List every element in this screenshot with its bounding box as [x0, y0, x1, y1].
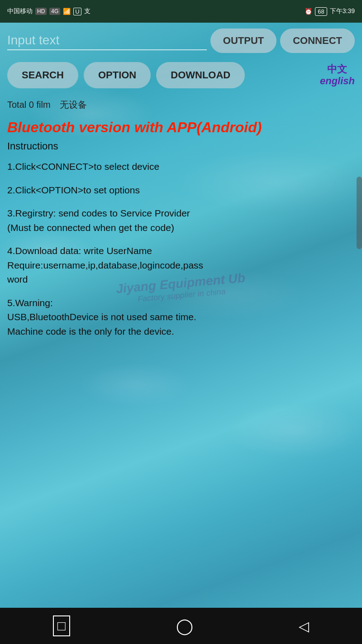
scrollbar[interactable] — [357, 177, 362, 249]
no-device-text: 无设备 — [60, 99, 87, 111]
lang-chinese: 中文 — [320, 63, 355, 75]
usb-icon: U — [73, 8, 81, 15]
instruction-item-2: 2.Click<OPTION>to set options — [7, 183, 355, 197]
action-bar: SEARCH OPTION DOWNLOAD 中文 english — [0, 59, 362, 95]
main-content: OUTPUT CONNECT SEARCH OPTION DOWNLOAD 中文… — [0, 23, 362, 644]
signal-icon: 📶 — [63, 8, 71, 15]
time-display: 下午3:39 — [330, 7, 355, 15]
status-left: 中国移动 HD 4G 📶 U 支 — [7, 7, 90, 15]
instruction-item-1: 1.Click<CONNECT>to select device — [7, 159, 355, 174]
connect-button[interactable]: CONNECT — [280, 29, 355, 53]
instructions-header: Instructions — [7, 140, 355, 152]
instruction-item-3: 3.Regirstry: send codes to Service Provi… — [7, 206, 355, 235]
hd-badge: HD — [35, 8, 47, 15]
pay-icon: 支 — [84, 7, 90, 15]
lang-english: english — [320, 75, 355, 87]
battery-indicator: 68 — [315, 7, 327, 16]
instructions-section: Instructions 1.Click<CONNECT>to select d… — [0, 140, 362, 338]
lte-badge: 4G — [49, 8, 60, 15]
instruction-item-5: 5.Warning:USB,BluetoothDevice is not use… — [7, 296, 355, 339]
instruction-item-4: 4.Download data: write UserNameRequire:u… — [7, 244, 355, 287]
output-button[interactable]: OUTPUT — [210, 29, 276, 53]
download-button[interactable]: DOWNLOAD — [156, 62, 245, 88]
search-button[interactable]: SEARCH — [7, 62, 78, 88]
status-bar: 中国移动 HD 4G 📶 U 支 ⏰ 68 下午3:39 — [0, 0, 362, 23]
total-film-text: Total 0 film — [7, 100, 51, 110]
carrier-text: 中国移动 — [7, 7, 33, 15]
language-selector[interactable]: 中文 english — [320, 63, 355, 87]
main-title: Bluetooth version with APP(Android) — [0, 115, 362, 140]
nav-square-icon[interactable]: □ — [53, 615, 70, 636]
alarm-icon: ⏰ — [305, 8, 312, 15]
top-bar: OUTPUT CONNECT — [0, 23, 362, 59]
nav-back-icon[interactable]: ◁ — [299, 618, 309, 634]
status-line: Total 0 film 无设备 — [0, 95, 362, 115]
option-button[interactable]: OPTION — [84, 62, 151, 88]
status-right: ⏰ 68 下午3:39 — [305, 7, 355, 16]
search-input[interactable] — [7, 31, 207, 50]
nav-bar: □ ◯ ◁ — [0, 608, 362, 644]
nav-circle-icon[interactable]: ◯ — [176, 617, 193, 635]
